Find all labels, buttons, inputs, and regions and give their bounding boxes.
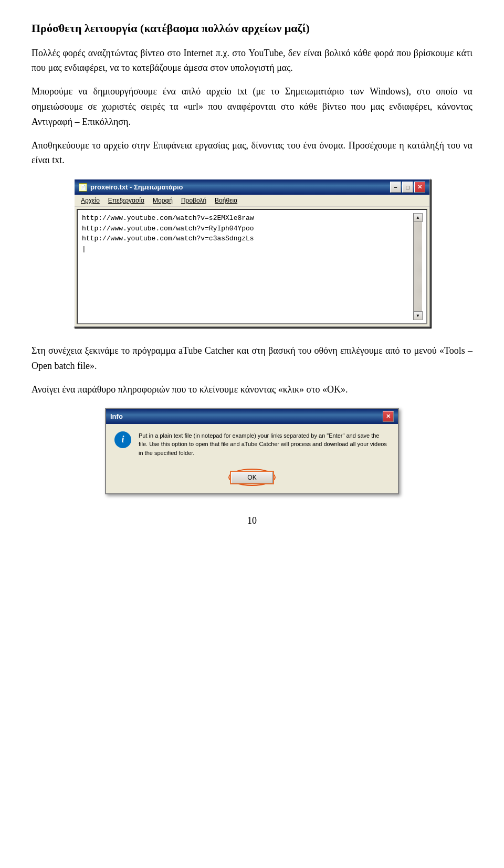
notepad-window-controls: − □ ✕ (390, 182, 425, 193)
info-dialog: Info ✕ i Put in a plain text file (in no… (105, 408, 399, 495)
info-dialog-message: Put in a plain text file (in notepad for… (139, 431, 390, 458)
info-ok-button[interactable]: OK (231, 472, 273, 483)
notepad-line-3: http://www.youtube.com/watch?v=c3asSdngz… (82, 234, 413, 244)
notepad-cursor: | (82, 244, 413, 255)
notepad-titlebar: 📄 proxeiro.txt - Σημειωματάριο − □ ✕ (75, 179, 429, 195)
scrollbar-track (414, 222, 422, 311)
notepad-menu-help[interactable]: Βοήθεια (211, 196, 242, 205)
notepad-restore-button[interactable]: □ (402, 182, 413, 193)
page-number: 10 (32, 515, 472, 526)
info-icon: i (114, 431, 131, 448)
info-dialog-close-button[interactable]: ✕ (383, 411, 394, 422)
notepad-titlebar-left: 📄 proxeiro.txt - Σημειωματάριο (79, 183, 183, 192)
page-title: Πρόσθετη λειτουργία (κατέβασμα πολλών αρ… (32, 21, 472, 36)
paragraph-2: Μπορούμε να δημιουργήσουμε ένα απλό αρχε… (32, 84, 472, 129)
paragraph-1: Πολλές φορές αναζητώντας βίντεο στο Inte… (32, 46, 472, 76)
notepad-text-lines: http://www.youtube.com/watch?v=s2EMXle8r… (82, 213, 413, 320)
notepad-scrollbar: ▲ ▼ (413, 213, 422, 320)
notepad-menu-view[interactable]: Προβολή (177, 196, 211, 205)
notepad-menu-format[interactable]: Μορφή (149, 196, 177, 205)
notepad-line-2: http://www.youtube.com/watch?v=RyIph04Yp… (82, 224, 413, 234)
paragraph-5: Ανοίγει ένα παράθυρο πληροφοριών που το … (32, 382, 472, 397)
scrollbar-up-button[interactable]: ▲ (414, 213, 423, 222)
info-dialog-body: i Put in a plain text file (in notepad f… (106, 424, 398, 465)
scrollbar-down-button[interactable]: ▼ (414, 311, 423, 320)
notepad-content-area: http://www.youtube.com/watch?v=s2EMXle8r… (77, 209, 427, 324)
notepad-line-1: http://www.youtube.com/watch?v=s2EMXle8r… (82, 213, 413, 224)
notepad-menu-file[interactable]: Αρχείο (77, 196, 104, 205)
info-dialog-title: Info (110, 412, 123, 420)
notepad-file-icon: 📄 (79, 183, 87, 192)
notepad-menu-edit[interactable]: Επεξεργασία (104, 196, 149, 205)
paragraph-4: Στη συνέχεια ξεκινάμε το πρόγραμμα aTube… (32, 343, 472, 374)
notepad-menubar: Αρχείο Επεξεργασία Μορφή Προβολή Βοήθεια (75, 195, 429, 207)
ok-circle-highlight: OK (228, 469, 276, 486)
notepad-window: 📄 proxeiro.txt - Σημειωματάριο − □ ✕ Αρχ… (74, 178, 430, 327)
notepad-title-text: proxeiro.txt - Σημειωματάριο (90, 183, 183, 191)
info-dialog-titlebar: Info ✕ (106, 409, 398, 424)
notepad-minimize-button[interactable]: − (390, 182, 401, 193)
info-ok-area: OK (106, 464, 398, 493)
paragraph-3: Αποθηκεύουμε το αρχείο στην Επιφάνεια ερ… (32, 138, 472, 168)
notepad-close-button[interactable]: ✕ (414, 182, 425, 193)
